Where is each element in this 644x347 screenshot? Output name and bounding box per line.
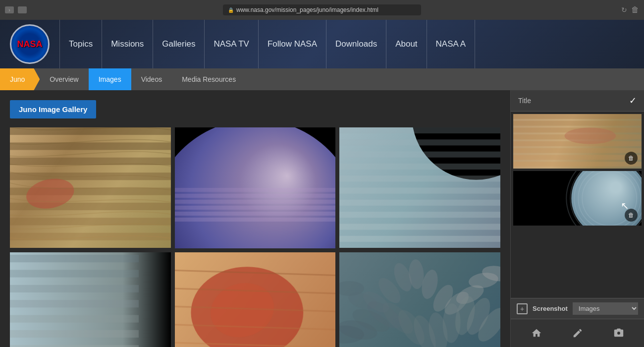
browser-back-btn[interactable]: › [5, 6, 14, 13]
nav-follow-nasa[interactable]: Follow NASA [259, 20, 326, 68]
nav-galleries[interactable]: Galleries [153, 20, 205, 68]
address-bar[interactable]: 🔒 www.nasa.gov/mission_pages/juno/images… [223, 4, 421, 15]
screenshot-toolbar: Screenshot Images Title Caption [511, 298, 644, 319]
side-panel-header: Title ✓ [511, 90, 644, 112]
side-panel-check[interactable]: ✓ [629, 95, 637, 106]
nasa-logo[interactable]: NASA [10, 24, 50, 64]
sub-navigation: Juno Overview Images Videos Media Resour… [0, 68, 644, 90]
gallery-item-4[interactable] [10, 252, 171, 347]
home-button[interactable] [528, 324, 545, 342]
gallery-image-1 [10, 127, 171, 248]
nav-topics[interactable]: Topics [59, 20, 102, 68]
nasa-site: NASA Topics Missions Galleries NASA TV F… [0, 20, 644, 347]
screenshot-label: Screenshot [533, 305, 568, 312]
gallery-grid [10, 127, 500, 347]
gallery-image-3 [339, 127, 500, 248]
gallery-item-5[interactable] [175, 252, 336, 347]
side-panel-images: 🗑 🗑 ↖ [511, 112, 644, 298]
nav-missions[interactable]: Missions [102, 20, 153, 68]
nav-about[interactable]: About [386, 20, 427, 68]
main-navigation: Topics Missions Galleries NASA TV Follow… [59, 20, 475, 68]
side-panel-delete-2[interactable]: 🗑 [625, 209, 638, 222]
browser-chrome: › 🔒 www.nasa.gov/mission_pages/juno/imag… [0, 0, 644, 20]
side-panel-canvas-2 [513, 171, 642, 226]
subnav-juno[interactable]: Juno [0, 68, 40, 90]
main-content: Juno Image Gallery [0, 90, 644, 347]
side-panel-image-1[interactable]: 🗑 [513, 114, 642, 169]
camera-button[interactable] [610, 324, 628, 342]
gallery-image-4 [10, 252, 171, 347]
side-panel-image-2[interactable]: 🗑 ↖ [513, 171, 642, 226]
browser-square-btn[interactable] [18, 6, 27, 13]
side-panel-actions [511, 319, 644, 347]
gallery-image-5 [175, 252, 336, 347]
nav-downloads[interactable]: Downloads [326, 20, 386, 68]
reload-btn[interactable]: ↻ [621, 6, 627, 14]
gallery-image-6 [339, 252, 500, 347]
nav-nasa-a[interactable]: NASA A [427, 20, 475, 68]
nav-nasa-tv[interactable]: NASA TV [205, 20, 259, 68]
gallery-title-button[interactable]: Juno Image Gallery [10, 100, 96, 118]
side-panel-canvas-1 [513, 114, 642, 169]
nasa-logo-text: NASA [17, 39, 42, 50]
subnav-media-resources[interactable]: Media Resources [172, 68, 246, 90]
screenshot-icon [517, 303, 528, 314]
top-nav: NASA Topics Missions Galleries NASA TV F… [0, 20, 644, 68]
gallery-item-1[interactable] [10, 127, 171, 248]
screenshot-dropdown[interactable]: Images Title Caption [573, 302, 638, 315]
subnav-videos[interactable]: Videos [131, 68, 172, 90]
gallery-item-2[interactable] [175, 127, 336, 248]
subnav-overview[interactable]: Overview [40, 68, 88, 90]
side-panel-title: Title [518, 97, 531, 105]
edit-button[interactable] [569, 324, 587, 342]
side-panel: Title ✓ 🗑 🗑 ↖ Screenshot Images [510, 90, 644, 347]
gallery-area: Juno Image Gallery [0, 90, 510, 347]
trash-btn[interactable]: 🗑 [631, 5, 639, 14]
subnav-images[interactable]: Images [89, 68, 131, 90]
gallery-item-6[interactable] [339, 252, 500, 347]
side-panel-delete-1[interactable]: 🗑 [625, 152, 638, 165]
lock-icon: 🔒 [228, 7, 234, 13]
gallery-image-2 [175, 127, 336, 248]
gallery-item-3[interactable] [339, 127, 500, 248]
url-text: www.nasa.gov/mission_pages/juno/images/i… [236, 6, 378, 13]
